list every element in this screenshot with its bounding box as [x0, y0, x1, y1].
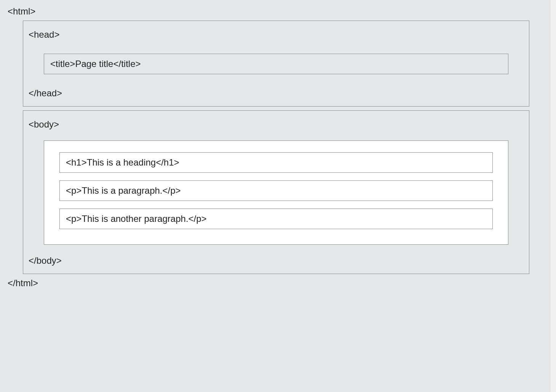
body-open-tag: <body> [29, 119, 524, 130]
p1-open-tag: <p> [66, 185, 81, 196]
head-box: <head> <title>Page title</title> </head> [23, 21, 529, 107]
head-close-tag: </head> [29, 88, 524, 99]
p1-content: This is a paragraph. [81, 185, 162, 196]
title-open-tag: <title> [50, 59, 75, 69]
p2-content: This is another paragraph. [81, 214, 188, 224]
body-close-tag: </body> [29, 255, 524, 266]
p2-box: <p>This is another paragraph.</p> [59, 209, 493, 229]
html-open-tag: <html> [8, 6, 545, 17]
h1-close-tag: </h1> [156, 157, 179, 167]
title-box: <title>Page title</title> [44, 54, 508, 74]
head-open-tag: <head> [29, 29, 524, 40]
title-close-tag: </title> [113, 59, 141, 69]
html-close-tag: </html> [8, 278, 545, 288]
p1-box: <p>This is a paragraph.</p> [59, 180, 493, 201]
h1-open-tag: <h1> [66, 157, 87, 167]
body-box: <body> <h1>This is a heading</h1> <p>Thi… [23, 110, 529, 274]
p1-close-tag: </p> [163, 185, 181, 196]
h1-content: This is a heading [87, 157, 156, 167]
p2-close-tag: </p> [189, 214, 207, 224]
scrollbar-track[interactable] [550, 0, 556, 392]
html-structure-diagram: <html> <head> <title>Page title</title> … [0, 0, 556, 295]
h1-box: <h1>This is a heading</h1> [59, 152, 493, 173]
title-content: Page title [75, 59, 113, 69]
body-content-box: <h1>This is a heading</h1> <p>This is a … [44, 140, 508, 245]
p2-open-tag: <p> [66, 214, 81, 224]
